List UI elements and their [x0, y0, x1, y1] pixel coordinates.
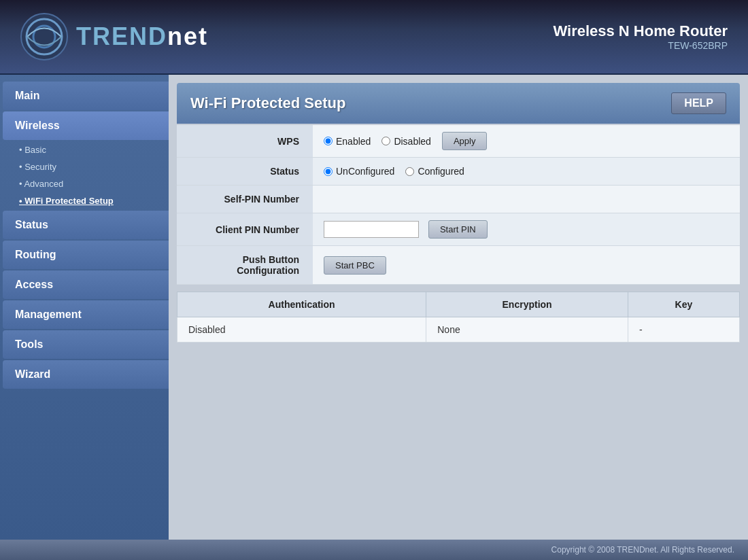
- sidebar-subitem-security[interactable]: • Security: [0, 158, 169, 175]
- auth-row-authentication: Disabled: [177, 317, 426, 343]
- wps-disabled-option[interactable]: Disabled: [381, 136, 430, 147]
- self-pin-label: Self-PIN Number: [177, 186, 313, 213]
- self-pin-control: [313, 186, 740, 213]
- status-radio-group: UnConfigured Configured: [324, 166, 729, 177]
- auth-header-authentication: Authentication: [177, 292, 426, 317]
- auth-table: Authentication Encryption Key Disabled N…: [177, 292, 740, 343]
- sidebar-item-tools[interactable]: Tools: [3, 330, 169, 359]
- self-pin-row: Self-PIN Number: [177, 186, 740, 213]
- auth-row-encryption: None: [426, 317, 628, 343]
- apply-button[interactable]: Apply: [442, 132, 488, 150]
- page-header: Wi-Fi Protected Setup HELP: [177, 83, 740, 124]
- sidebar: Main Wireless • Basic • Security • Advan…: [0, 75, 169, 540]
- wps-label: WPS: [177, 125, 313, 158]
- auth-row-key: -: [628, 317, 739, 343]
- status-configured-label: Configured: [418, 166, 464, 177]
- sidebar-subitem-wifi-protected[interactable]: • WiFi Protected Setup: [0, 192, 169, 209]
- sidebar-item-management[interactable]: Management: [3, 300, 169, 329]
- logo-dnet: net: [167, 22, 208, 50]
- client-pin-row: Client PIN Number Start PIN: [177, 213, 740, 246]
- logo-area: TRENDnet: [20, 13, 208, 60]
- sidebar-item-status[interactable]: Status: [3, 211, 169, 239]
- auth-table-header-row: Authentication Encryption Key: [177, 292, 740, 317]
- sidebar-item-wizard[interactable]: Wizard: [3, 360, 169, 389]
- status-configured-option[interactable]: Configured: [405, 166, 464, 177]
- status-unconfigured-option[interactable]: UnConfigured: [324, 166, 394, 177]
- status-unconfigured-label: UnConfigured: [336, 166, 394, 177]
- sidebar-item-wireless[interactable]: Wireless: [3, 111, 169, 140]
- product-model: TEW-652BRP: [553, 40, 728, 51]
- copyright-text: Copyright © 2008 TRENDnet. All Rights Re…: [551, 545, 734, 555]
- start-pin-button[interactable]: Start PIN: [428, 220, 488, 239]
- client-pin-control: Start PIN: [313, 213, 740, 246]
- client-pin-input[interactable]: [324, 221, 419, 238]
- help-button[interactable]: HELP: [671, 92, 726, 114]
- product-name: Wireless N Home Router: [553, 22, 728, 40]
- wps-enabled-radio[interactable]: [324, 137, 333, 145]
- page-title: Wi-Fi Protected Setup: [190, 94, 345, 112]
- auth-header-key: Key: [628, 292, 739, 317]
- auth-header-encryption: Encryption: [426, 292, 628, 317]
- wps-enabled-option[interactable]: Enabled: [324, 136, 371, 147]
- status-control: UnConfigured Configured: [313, 158, 740, 186]
- push-button-label: Push Button Configuration: [177, 246, 313, 285]
- form-table: WPS Enabled Disabled Apply: [177, 125, 740, 285]
- wps-enabled-label: Enabled: [336, 136, 371, 147]
- footer: Copyright © 2008 TRENDnet. All Rights Re…: [0, 540, 748, 560]
- wps-control: Enabled Disabled Apply: [313, 125, 740, 158]
- sidebar-subitem-basic[interactable]: • Basic: [0, 141, 169, 158]
- wps-row: WPS Enabled Disabled Apply: [177, 125, 740, 158]
- start-pbc-button[interactable]: Start PBC: [324, 256, 386, 275]
- product-info: Wireless N Home Router TEW-652BRP: [553, 22, 728, 51]
- content-area: Wi-Fi Protected Setup HELP WPS Enabled D…: [169, 75, 748, 540]
- sidebar-subitem-advanced[interactable]: • Advanced: [0, 175, 169, 192]
- trendnet-logo-icon: [20, 13, 68, 60]
- wps-disabled-label: Disabled: [394, 136, 430, 147]
- wps-radio-group: Enabled Disabled Apply: [324, 132, 729, 150]
- client-pin-label: Client PIN Number: [177, 213, 313, 246]
- logo-trend: TREND: [76, 22, 167, 50]
- sidebar-item-access[interactable]: Access: [3, 270, 169, 299]
- status-unconfigured-radio[interactable]: [324, 167, 333, 176]
- sidebar-item-routing[interactable]: Routing: [3, 241, 169, 269]
- status-configured-radio[interactable]: [405, 167, 414, 176]
- push-button-control: Start PBC: [313, 246, 740, 285]
- status-row: Status UnConfigured Configured: [177, 158, 740, 186]
- sidebar-item-main[interactable]: Main: [3, 82, 169, 110]
- auth-table-row: Disabled None -: [177, 317, 740, 343]
- push-button-row: Push Button Configuration Start PBC: [177, 246, 740, 285]
- status-label: Status: [177, 158, 313, 186]
- logo-text: TRENDnet: [76, 22, 208, 51]
- wps-disabled-radio[interactable]: [381, 137, 390, 145]
